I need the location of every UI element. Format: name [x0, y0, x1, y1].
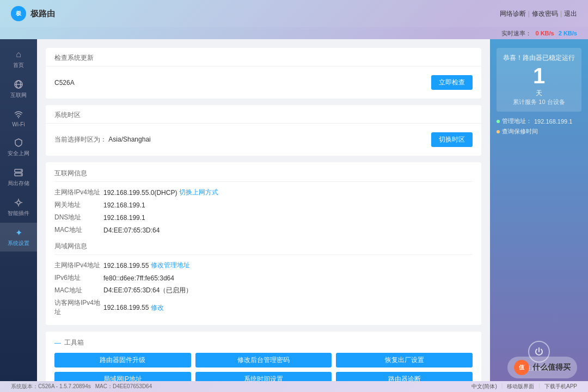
inet-val-2: 192.168.199.1 — [103, 214, 145, 222]
sidebar-item-plugin[interactable]: 智能插件 — [0, 193, 37, 222]
sidebar-item-security[interactable]: 安全上网 — [0, 133, 37, 162]
lan-val-1: fe80::d6ee:7ff:fe65:3d64 — [103, 274, 174, 282]
time-settings-button[interactable]: 系统时间设置 — [195, 372, 332, 381]
admin-addr-label: 管理地址： — [502, 117, 532, 125]
top-bar: 极 极路由 网络诊断 | 修改密码 | 退出 — [0, 0, 588, 27]
download-speed: 0 KB/s — [536, 30, 554, 36]
svg-point-6 — [21, 170, 22, 171]
timezone-value: Asia/Shanghai — [108, 136, 150, 143]
toolbox-header: — 工具箱 — [54, 338, 473, 347]
home-icon: ⌂ — [13, 49, 24, 60]
toolbox-title: 工具箱 — [64, 338, 84, 347]
firmware-upgrade-button[interactable]: 路由器固件升级 — [54, 353, 191, 367]
watermark-text: 什么值得买 — [532, 363, 571, 372]
footer-div1: | — [501, 383, 503, 390]
internet-row-0: 主网络IPv4地址 192.168.199.55.0(DHCP) 切换上网方式 — [54, 186, 473, 199]
internet-info-title: 互联网信息 — [54, 169, 473, 182]
warranty-link[interactable]: 查询保修时间 — [502, 127, 538, 136]
inet-val-3: D4:EE:07:65:3D:64 — [103, 226, 160, 234]
sidebar-item-home[interactable]: ⌂ 首页 — [0, 45, 37, 74]
update-row: C526A 立即检查 — [54, 73, 473, 92]
lan-key-2: MAC地址 — [54, 286, 103, 295]
right-panel: 恭喜！路由器已稳定运行 1 天 累计服务 10 台设备 管理地址： 192.16… — [490, 39, 588, 381]
right-info: 管理地址： 192.168.199.1 查询保修时间 — [497, 116, 581, 137]
internet-info-section: 互联网信息 主网络IPv4地址 192.168.199.55.0(DHCP) 切… — [46, 162, 481, 325]
switch-timezone-button[interactable]: 切换时区 — [431, 132, 473, 147]
internet-row-2: DNS地址 192.168.199.1 — [54, 211, 473, 224]
sidebar-item-system[interactable]: ✦ 系统设置 — [0, 223, 37, 252]
system-icon: ✦ — [13, 227, 24, 238]
stable-days: 1 — [502, 65, 576, 87]
plugin-icon — [13, 197, 24, 208]
lan-row-1: IPv6地址 fe80::d6ee:7ff:fe65:3d64 — [54, 272, 473, 284]
nav-div2: | — [560, 10, 562, 17]
speed-label: 实时速率： — [501, 29, 531, 38]
top-nav: 网络诊断 | 修改密码 | 退出 — [500, 9, 577, 19]
router-diag-button[interactable]: 路由器诊断 — [336, 372, 473, 381]
sidebar-item-storage[interactable]: 局出存储 — [0, 163, 37, 192]
stable-title: 恭喜！路由器已稳定运行 — [502, 53, 576, 63]
inet-link-0[interactable]: 切换上网方式 — [179, 188, 218, 197]
inet-key-2: DNS地址 — [54, 213, 103, 222]
timezone-section-header: 系统时区 — [46, 105, 481, 124]
lan-key-0: 主网络IPv4地址 — [54, 261, 103, 270]
footer: 系统版本：C526A - 1.5.7.20894s MAC：D4EE07653D… — [0, 381, 588, 392]
footer-mac: MAC：D4EE07653D64 — [95, 383, 152, 390]
inet-key-0: 主网络IPv4地址 — [54, 188, 103, 197]
footer-link-app[interactable]: 下载手机APP — [544, 383, 577, 390]
stable-unit: 天 — [502, 89, 576, 98]
storage-icon — [13, 167, 24, 178]
footer-right: 中文(简体) | 移动版界面 | 下载手机APP — [471, 383, 577, 390]
timezone-card: 系统时区 当前选择时区为： Asia/Shanghai 切换时区 — [46, 105, 481, 156]
lan-link-0[interactable]: 修改管理地址 — [151, 261, 190, 270]
check-update-button[interactable]: 立即检查 — [431, 75, 473, 90]
inet-key-3: MAC地址 — [54, 225, 103, 235]
timezone-row: 当前选择时区为： Asia/Shanghai 切换时区 — [54, 130, 473, 149]
lan-info-title: 局域网信息 — [54, 242, 473, 255]
sidebar-label-security: 安全上网 — [8, 150, 29, 157]
update-section-header: 检查系统更新 — [46, 48, 481, 66]
devices-label: 累计服务 10 台设备 — [502, 98, 576, 106]
sidebar-label-system: 系统设置 — [8, 240, 29, 247]
factory-reset-button[interactable]: 恢复出厂设置 — [336, 353, 473, 367]
change-admin-pwd-button[interactable]: 修改后台管理密码 — [195, 353, 332, 367]
stable-banner: 恭喜！路由器已稳定运行 1 天 累计服务 10 台设备 — [497, 48, 581, 112]
security-icon — [13, 137, 24, 148]
lan-link-3[interactable]: 修改 — [151, 303, 164, 313]
system-update-card: 检查系统更新 C526A 立即检查 — [46, 48, 481, 99]
nav-change-pwd[interactable]: 修改密码 — [532, 9, 558, 19]
content-area: 检查系统更新 C526A 立即检查 系统时区 当前选择时区为： Asia/Sha… — [37, 39, 490, 381]
warranty-row: 查询保修时间 — [497, 126, 581, 137]
footer-version: 系统版本：C526A - 1.5.7.20894s — [11, 383, 91, 390]
svg-point-3 — [18, 117, 19, 118]
timezone-label: 当前选择时区为： Asia/Shanghai — [54, 135, 151, 144]
sidebar-label-plugin: 智能插件 — [8, 210, 29, 217]
lan-key-3: 访客网络IPv4地址 — [54, 298, 103, 317]
lan-val-2: D4:EE:07:65:3D:64（已启用） — [103, 286, 192, 295]
internet-row-3: MAC地址 D4:EE:07:65:3D:64 — [54, 224, 473, 236]
svg-point-7 — [21, 174, 22, 175]
watermark-logo: 值 — [514, 360, 529, 375]
wifi-icon — [13, 109, 24, 120]
inet-val-1: 192.168.199.1 — [103, 201, 145, 209]
footer-link-lang[interactable]: 中文(简体) — [471, 383, 497, 390]
sidebar-item-wifi[interactable]: Wi-Fi — [0, 105, 37, 132]
logo-text: 极路由 — [30, 9, 55, 19]
nav-diagnostics[interactable]: 网络诊断 — [500, 9, 526, 19]
toolbox-section: — 工具箱 路由器固件升级 修改后台管理密码 恢复出厂设置 局域网IP地址 系统… — [46, 332, 481, 381]
svg-point-8 — [17, 201, 20, 204]
lan-row-0: 主网络IPv4地址 192.168.199.55 修改管理地址 — [54, 259, 473, 272]
lan-ip-button[interactable]: 局域网IP地址 — [54, 372, 191, 381]
sidebar-label-internet: 互联网 — [10, 91, 27, 99]
admin-addr-value: 192.168.199.1 — [534, 118, 572, 125]
footer-link-mobile[interactable]: 移动版界面 — [507, 383, 534, 390]
nav-logout[interactable]: 退出 — [564, 9, 577, 19]
lan-row-2: MAC地址 D4:EE:07:65:3D:64（已启用） — [54, 284, 473, 297]
sidebar-label-home: 首页 — [13, 62, 24, 69]
upload-speed: 2 KB/s — [559, 30, 577, 36]
sidebar-item-internet[interactable]: 互联网 — [0, 75, 37, 103]
internet-icon — [13, 79, 24, 90]
footer-div2: | — [538, 383, 540, 390]
version-value: C526A — [54, 79, 75, 87]
watermark: 值 什么值得买 — [507, 357, 577, 378]
